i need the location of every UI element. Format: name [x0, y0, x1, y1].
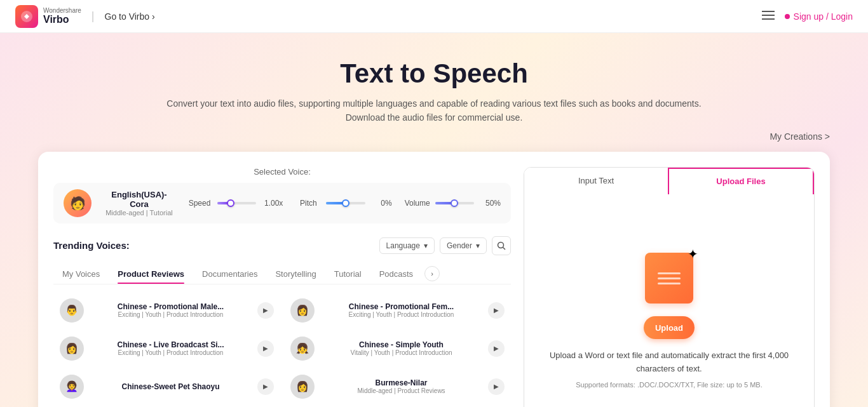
play-button[interactable]: ▶: [488, 378, 505, 395]
page-title: Text to Speech: [13, 58, 855, 89]
list-item[interactable]: 👧 Chinese - Simple Youth Vitality | Yout…: [284, 331, 511, 366]
upload-description: Upload a Word or text file and automatic…: [543, 349, 795, 376]
signup-button[interactable]: Sign up / Login: [785, 11, 853, 22]
voice-name: English(USA)-Cora: [104, 190, 174, 209]
filter-row: Language ▾ Gender ▾: [379, 236, 511, 255]
menu-icon[interactable]: [762, 9, 775, 23]
list-item[interactable]: 👩 Chinese - Live Broadcast Si... Excitin…: [53, 331, 280, 366]
play-button[interactable]: ▶: [257, 378, 274, 395]
doc-line: [658, 283, 681, 284]
separator: |: [92, 10, 95, 23]
input-text-tab[interactable]: Input Text: [524, 168, 668, 194]
speed-slider-group: Speed 1.00x: [187, 199, 283, 208]
pitch-value: 0%: [370, 199, 392, 208]
play-button[interactable]: ▶: [488, 340, 505, 357]
voice-list: 👨 Chinese - Promotional Male... Exciting…: [53, 293, 511, 407]
sparkle-icon: ✦: [688, 246, 698, 262]
voice-item-info: Chinese-Sweet Pet Shaoyu: [90, 382, 251, 391]
voice-item-avatar: 👨: [60, 298, 84, 323]
product-name: Virbo: [43, 14, 81, 25]
voice-item-info: Chinese - Simple Youth Vitality | Youth …: [321, 340, 482, 356]
status-dot: [785, 14, 790, 19]
main-card: Selected Voice: 🧑 English(USA)-Cora Midd…: [38, 152, 830, 407]
voice-avatar: 🧑: [64, 189, 92, 217]
header-right: Sign up / Login: [762, 9, 853, 23]
list-item[interactable]: 👩 Burmese-Nilar Middle-aged | Product Re…: [284, 370, 511, 404]
chevron-right-icon: ›: [152, 11, 155, 22]
voice-info: English(USA)-Cora Middle-aged | Tutorial: [104, 190, 174, 217]
gender-select[interactable]: Gender ▾: [440, 237, 487, 254]
input-upload-tabs: Input Text Upload Files: [524, 168, 814, 194]
my-creations-link[interactable]: My Creations >: [13, 131, 855, 142]
trending-title: Trending Voices:: [53, 240, 130, 251]
svg-line-5: [503, 247, 506, 250]
hero-subtitle: Convert your text into audio files, supp…: [161, 97, 707, 125]
logo-text: Wondershare Virbo: [43, 7, 81, 25]
doc-line: [658, 277, 681, 279]
voice-item-info: Chinese - Promotional Fem... Exciting | …: [321, 302, 482, 318]
speed-value: 1.00x: [261, 199, 283, 208]
voice-description: Middle-aged | Tutorial: [104, 209, 174, 217]
go-virbo-link[interactable]: Go to Virbo ›: [105, 11, 155, 22]
trending-header: Trending Voices: Language ▾ Gender ▾: [53, 236, 511, 255]
header-left: Wondershare Virbo | Go to Virbo ›: [15, 5, 155, 28]
play-button[interactable]: ▶: [488, 302, 505, 319]
tab-storytelling[interactable]: Storytelling: [266, 264, 325, 284]
right-panel: Input Text Upload Files ✦ Upload: [524, 167, 815, 407]
voice-item-avatar: 👩: [290, 298, 315, 323]
tab-tutorial[interactable]: Tutorial: [325, 264, 370, 284]
selected-voice-label: Selected Voice:: [53, 167, 511, 177]
play-button[interactable]: ▶: [257, 340, 274, 357]
list-item[interactable]: 👨 Chinese - Promotional Male... Exciting…: [53, 293, 280, 328]
doc-line: [658, 272, 681, 274]
play-button[interactable]: ▶: [257, 302, 274, 319]
upload-doc-icon: [645, 253, 693, 304]
search-button[interactable]: [492, 236, 511, 255]
brand-name: Wondershare: [43, 7, 81, 14]
upload-illustration: ✦: [637, 246, 701, 304]
tab-my-voices[interactable]: My Voices: [53, 264, 109, 284]
tab-documentaries[interactable]: Documentaries: [193, 264, 266, 284]
voice-item-avatar: 👩: [290, 375, 315, 399]
voice-controls: 🧑 English(USA)-Cora Middle-aged | Tutori…: [53, 183, 511, 224]
voice-item-info: Chinese - Promotional Male... Exciting |…: [90, 302, 251, 318]
voice-item-avatar: 👩‍🦱: [60, 375, 84, 399]
voice-category-tabs: My Voices Product Reviews Documentaries …: [53, 264, 511, 284]
voice-item-avatar: 👧: [290, 337, 315, 361]
speed-label: Speed: [187, 199, 212, 208]
header: Wondershare Virbo | Go to Virbo › Sign u…: [0, 0, 868, 33]
chevron-down-icon: ▾: [476, 241, 480, 250]
language-select[interactable]: Language ▾: [379, 237, 435, 254]
upload-formats: Supported formats: .DOC/.DOCX/TXT, File …: [576, 381, 762, 389]
pitch-label: Pitch: [295, 199, 321, 208]
upload-content-area: ✦ Upload Upload a Word or text file and …: [524, 194, 814, 407]
logo-area: Wondershare Virbo: [15, 5, 81, 28]
upload-button[interactable]: Upload: [644, 316, 695, 339]
volume-label: Volume: [405, 199, 430, 208]
tab-podcasts[interactable]: Podcasts: [370, 264, 422, 284]
tab-product-reviews[interactable]: Product Reviews: [109, 264, 193, 284]
pitch-slider-group: Pitch 0%: [295, 199, 391, 208]
svg-point-4: [498, 242, 504, 248]
upload-files-tab[interactable]: Upload Files: [668, 168, 814, 194]
list-item[interactable]: 👩 Chinese - Promotional Fem... Exciting …: [284, 293, 511, 328]
left-panel: Selected Voice: 🧑 English(USA)-Cora Midd…: [53, 167, 511, 407]
volume-slider[interactable]: [435, 202, 474, 204]
pitch-slider[interactable]: [326, 202, 365, 204]
hero-section: Text to Speech Convert your text into au…: [0, 33, 868, 407]
volume-value: 50%: [479, 199, 501, 208]
speed-slider[interactable]: [217, 202, 256, 204]
voice-item-info: Burmese-Nilar Middle-aged | Product Revi…: [321, 378, 482, 394]
logo-icon: [15, 5, 38, 28]
volume-slider-group: Volume 50%: [405, 199, 501, 208]
voice-item-avatar: 👩: [60, 337, 84, 361]
tabs-next-arrow[interactable]: ›: [424, 266, 440, 281]
list-item[interactable]: 👩‍🦱 Chinese-Sweet Pet Shaoyu ▶: [53, 370, 280, 404]
voice-item-info: Chinese - Live Broadcast Si... Exciting …: [90, 340, 251, 356]
chevron-down-icon: ▾: [424, 241, 428, 250]
